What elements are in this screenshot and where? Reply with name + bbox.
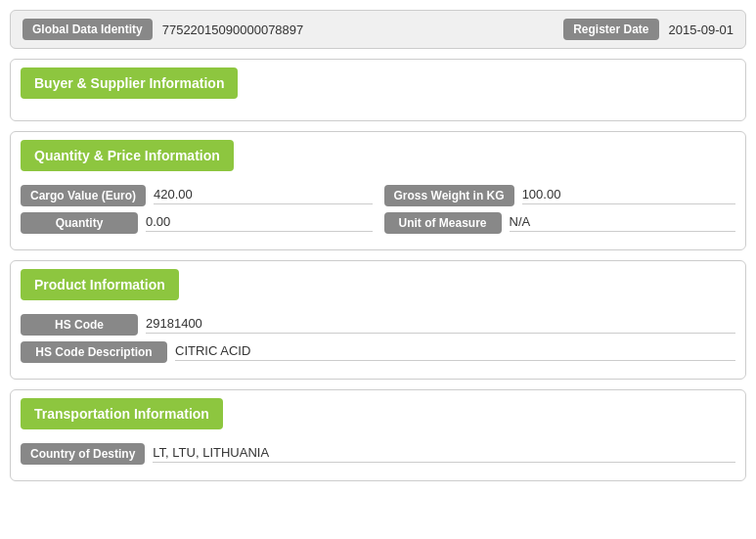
cargo-value-value: 420.00 bbox=[154, 187, 372, 204]
buyer-supplier-section: Buyer & Supplier Information bbox=[10, 59, 746, 121]
quantity-value: 0.00 bbox=[146, 214, 373, 232]
register-date-group: Register Date 2015-09-01 bbox=[563, 19, 734, 40]
top-bar: Global Data Identity 7752201509000007889… bbox=[10, 10, 746, 49]
cargo-value-field: Cargo Value (Euro) 420.00 bbox=[21, 185, 373, 206]
global-data-identity-label: Global Data Identity bbox=[22, 19, 153, 40]
hs-code-description-label: HS Code Description bbox=[21, 341, 167, 363]
product-row-2: HS Code Description CITRIC ACID bbox=[21, 341, 735, 363]
gross-weight-label: Gross Weight in KG bbox=[384, 185, 514, 206]
transportation-body: Country of Destiny LT, LTU, LITHUANIA bbox=[11, 437, 745, 480]
quantity-price-row-2: Quantity 0.00 Unit of Measure N/A bbox=[21, 212, 735, 234]
gross-weight-field: Gross Weight in KG 100.00 bbox=[384, 185, 736, 206]
transportation-section: Transportation Information Country of De… bbox=[10, 389, 746, 481]
product-header: Product Information bbox=[21, 269, 179, 300]
product-body: HS Code 29181400 HS Code Description CIT… bbox=[11, 308, 745, 379]
register-date-label: Register Date bbox=[563, 19, 658, 40]
global-data-identity-group: Global Data Identity 7752201509000007889… bbox=[22, 19, 544, 40]
transportation-row-1: Country of Destiny LT, LTU, LITHUANIA bbox=[21, 443, 735, 465]
quantity-price-section: Quantity & Price Information Cargo Value… bbox=[10, 131, 746, 250]
unit-of-measure-value: N/A bbox=[510, 214, 736, 232]
buyer-supplier-body bbox=[11, 107, 745, 120]
hs-code-description-value: CITRIC ACID bbox=[175, 343, 735, 361]
gross-weight-value: 100.00 bbox=[522, 187, 735, 204]
quantity-label: Quantity bbox=[21, 212, 138, 234]
product-row-1: HS Code 29181400 bbox=[21, 314, 735, 336]
transportation-header: Transportation Information bbox=[21, 398, 223, 429]
country-of-destiny-value: LT, LTU, LITHUANIA bbox=[153, 445, 735, 463]
global-data-identity-value: 77522015090000078897 bbox=[162, 22, 544, 37]
unit-of-measure-field: Unit of Measure N/A bbox=[384, 212, 736, 234]
quantity-field: Quantity 0.00 bbox=[21, 212, 373, 234]
hs-code-value: 29181400 bbox=[146, 316, 735, 334]
country-of-destiny-field: Country of Destiny LT, LTU, LITHUANIA bbox=[21, 443, 735, 465]
quantity-price-body: Cargo Value (Euro) 420.00 Gross Weight i… bbox=[11, 179, 745, 249]
buyer-supplier-header: Buyer & Supplier Information bbox=[21, 67, 238, 99]
hs-code-description-field: HS Code Description CITRIC ACID bbox=[21, 341, 735, 363]
product-section: Product Information HS Code 29181400 HS … bbox=[10, 260, 746, 380]
quantity-price-row-1: Cargo Value (Euro) 420.00 Gross Weight i… bbox=[21, 185, 735, 206]
hs-code-field: HS Code 29181400 bbox=[21, 314, 735, 336]
quantity-price-header: Quantity & Price Information bbox=[21, 140, 234, 171]
register-date-value: 2015-09-01 bbox=[669, 22, 734, 37]
hs-code-label: HS Code bbox=[21, 314, 138, 336]
country-of-destiny-label: Country of Destiny bbox=[21, 443, 145, 465]
unit-of-measure-label: Unit of Measure bbox=[384, 212, 502, 234]
cargo-value-label: Cargo Value (Euro) bbox=[21, 185, 146, 206]
